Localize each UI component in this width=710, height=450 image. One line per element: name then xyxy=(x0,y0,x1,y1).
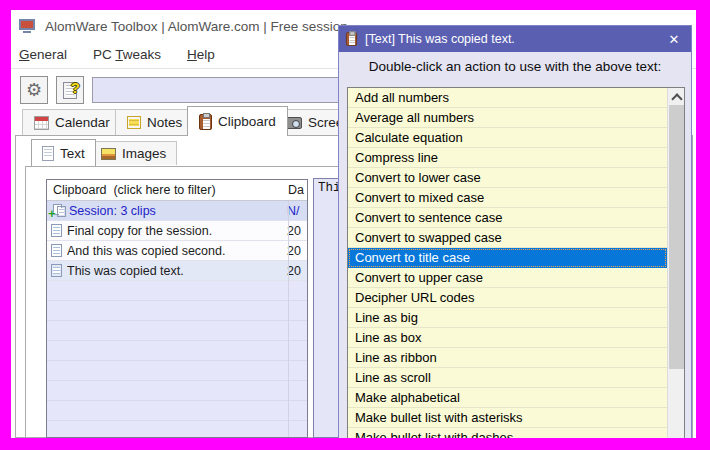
clip-list-header[interactable]: Clipboard (click here to filter) Da xyxy=(47,180,307,201)
tab-notes[interactable]: Notes xyxy=(115,109,194,135)
clip-row-active[interactable]: This was copied text. 20 xyxy=(47,261,307,281)
menu-help[interactable]: Help xyxy=(179,45,223,64)
action-item-selected[interactable]: Convert to title case xyxy=(348,248,667,268)
scrollbar-thumb[interactable] xyxy=(669,105,684,369)
help-button[interactable]: ? xyxy=(56,76,84,104)
subtab-images[interactable]: Images xyxy=(90,141,177,165)
dialog-clipboard-icon xyxy=(346,32,357,46)
note-icon xyxy=(127,116,141,129)
clip-row[interactable]: Final copy for the session. 20 xyxy=(47,221,307,241)
calendar-icon xyxy=(34,116,49,130)
menu-pc-tweaks[interactable]: PC Tweaks xyxy=(85,45,169,64)
action-item[interactable]: Line as scroll xyxy=(348,368,667,388)
scrollbar[interactable] xyxy=(667,88,684,442)
clip-list-empty-rows xyxy=(47,281,307,437)
action-item[interactable]: Make bullet list with asterisks xyxy=(348,408,667,428)
session-icon: + xyxy=(49,204,66,218)
clipboard-list: Clipboard (click here to filter) Da + Se… xyxy=(46,179,308,438)
action-item[interactable]: Line as ribbon xyxy=(348,348,667,368)
clipboard-icon xyxy=(199,114,212,130)
action-item[interactable]: Make alphabetical xyxy=(348,388,667,408)
settings-button[interactable]: ⚙ xyxy=(20,76,48,104)
text-doc-icon xyxy=(42,146,54,161)
frame-border-bottom xyxy=(0,438,710,450)
subtab-text[interactable]: Text xyxy=(31,139,96,166)
action-item[interactable]: Calculate equation xyxy=(348,128,667,148)
action-item[interactable]: Add all numbers xyxy=(348,88,667,108)
dialog-title: [Text] This was copied text. xyxy=(365,32,650,46)
frame-border-right xyxy=(696,0,710,450)
action-item[interactable]: Average all numbers xyxy=(348,108,667,128)
clip-page-icon xyxy=(51,244,62,257)
clip-page-icon xyxy=(51,264,62,277)
action-item[interactable]: Compress line xyxy=(348,148,667,168)
action-item[interactable]: Convert to upper case xyxy=(348,268,667,288)
date-column-header: Da xyxy=(288,183,307,197)
frame-border-left xyxy=(0,0,11,450)
clip-page-icon xyxy=(51,224,62,237)
help-doc-icon: ? xyxy=(63,82,77,99)
action-item[interactable]: Convert to mixed case xyxy=(348,188,667,208)
action-dialog: [Text] This was copied text. ✕ Double-cl… xyxy=(338,25,692,445)
scroll-up-arrow-icon[interactable] xyxy=(668,88,685,105)
close-button[interactable]: ✕ xyxy=(657,26,691,52)
camera-icon xyxy=(286,117,302,129)
app-icon xyxy=(19,19,36,33)
dialog-titlebar[interactable]: [Text] This was copied text. ✕ xyxy=(339,26,691,52)
gear-icon: ⚙ xyxy=(26,81,42,99)
tab-clipboard[interactable]: Clipboard xyxy=(187,106,288,136)
action-item[interactable]: Convert to sentence case xyxy=(348,208,667,228)
action-rows: Add all numbers Average all numbers Calc… xyxy=(348,88,667,442)
action-item[interactable]: Line as big xyxy=(348,308,667,328)
action-item[interactable]: Convert to lower case xyxy=(348,168,667,188)
screen: AlomWare Toolbox | AlomWare.com | Free s… xyxy=(0,0,710,450)
menu-general[interactable]: General xyxy=(11,45,75,64)
frame-border-top xyxy=(0,0,710,10)
clip-row[interactable]: And this was copied second. 20 xyxy=(47,241,307,261)
action-item[interactable]: Line as box xyxy=(348,328,667,348)
column-separator xyxy=(288,201,289,437)
clip-filter-header[interactable]: Clipboard (click here to filter) xyxy=(47,183,288,197)
action-item[interactable]: Convert to swapped case xyxy=(348,228,667,248)
window-title: AlomWare Toolbox | AlomWare.com | Free s… xyxy=(45,19,348,34)
image-icon xyxy=(101,148,116,160)
action-list: Add all numbers Average all numbers Calc… xyxy=(347,87,685,443)
clip-row-session[interactable]: + Session: 3 clips N/ xyxy=(47,201,307,221)
tab-calendar[interactable]: Calendar xyxy=(22,109,122,135)
action-item[interactable]: Decipher URL codes xyxy=(348,288,667,308)
dialog-prompt: Double-click an action to use with the a… xyxy=(339,59,691,74)
close-icon: ✕ xyxy=(669,32,680,47)
